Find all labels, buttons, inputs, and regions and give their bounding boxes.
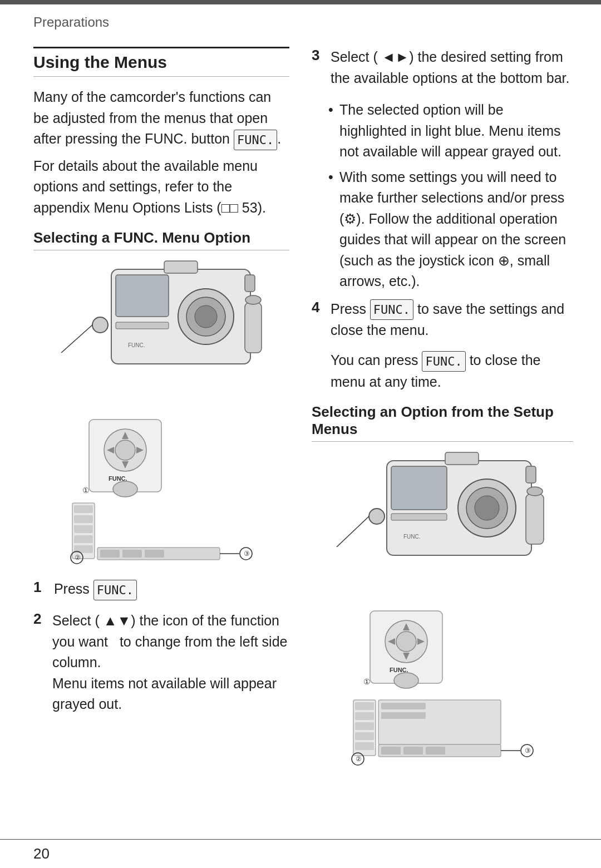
right-column: 3 Select ( ◄►) the desired setting from … <box>312 47 573 772</box>
svg-point-22 <box>113 481 137 497</box>
control-pad-svg-left: FUNC. ① <box>78 414 200 503</box>
svg-rect-73 <box>426 747 445 754</box>
svg-rect-10 <box>245 303 262 353</box>
step-2-num: 2 <box>33 610 50 628</box>
bullet-2: With some settings you will need to make… <box>328 167 573 292</box>
func-box-step1: FUNC. <box>93 580 137 600</box>
camera-diagram-right-top: FUNC. FUNC. ① <box>312 450 573 694</box>
step-3-text: Select ( ◄►) the desired setting from th… <box>331 47 573 88</box>
svg-rect-42 <box>445 452 479 465</box>
svg-rect-48 <box>526 494 544 544</box>
svg-rect-71 <box>381 747 401 754</box>
step-4-num: 4 <box>312 299 328 316</box>
svg-point-41 <box>475 496 499 520</box>
control-pad-svg-right: FUNC. ① <box>359 605 481 694</box>
svg-point-60 <box>394 673 418 688</box>
svg-text:②: ② <box>75 554 81 561</box>
step-3-num: 3 <box>312 47 328 64</box>
svg-text:①: ① <box>363 677 371 686</box>
svg-text:②: ② <box>356 755 362 763</box>
svg-rect-25 <box>74 515 93 523</box>
intro-paragraph-1: Many of the camcorder's functions can be… <box>33 87 289 150</box>
svg-rect-5 <box>116 275 169 317</box>
svg-rect-66 <box>355 742 374 750</box>
step-4-text-a: Press <box>331 301 370 317</box>
subsection-title-setup: Selecting an Option from the Setup Menus <box>312 403 573 442</box>
bullet-1: The selected option will be highlighted … <box>328 100 573 162</box>
step-3: 3 Select ( ◄►) the desired setting from … <box>312 47 573 94</box>
svg-line-47 <box>337 516 369 547</box>
svg-rect-32 <box>145 550 164 558</box>
section-title: Using the Menus <box>33 47 289 77</box>
svg-rect-65 <box>355 732 374 740</box>
page-footer: 20 <box>0 839 601 868</box>
subsection-title-func: Selecting a FUNC. Menu Option <box>33 229 289 250</box>
camera-diagram-left-bottom: ② ③ <box>33 497 289 570</box>
svg-rect-44 <box>526 466 536 483</box>
svg-text:FUNC.: FUNC. <box>403 534 421 540</box>
svg-rect-72 <box>403 747 423 754</box>
svg-rect-26 <box>74 525 93 533</box>
step-4-note: You can press FUNC. to close the menu at… <box>331 350 573 392</box>
svg-rect-24 <box>74 505 93 513</box>
menu-display-svg-left: ② ③ <box>67 497 256 570</box>
step-4-text: Press FUNC. to save the settings and clo… <box>331 299 573 341</box>
step-3-bullets: The selected option will be highlighted … <box>328 100 573 292</box>
func-box-step4: FUNC. <box>370 299 413 320</box>
svg-point-49 <box>527 487 543 496</box>
svg-point-3 <box>195 305 217 328</box>
svg-rect-7 <box>116 322 169 329</box>
svg-rect-27 <box>74 535 93 543</box>
svg-rect-63 <box>355 712 374 720</box>
step-4-note-a: You can press <box>331 352 422 368</box>
svg-rect-30 <box>100 550 120 558</box>
camera-svg-right: FUNC. <box>331 450 554 622</box>
step-1-num: 1 <box>33 579 50 596</box>
top-bar <box>0 0 601 4</box>
intro-paragraph-2: For details about the available menu opt… <box>33 156 289 219</box>
svg-rect-6 <box>245 275 255 292</box>
page-number: 20 <box>33 845 50 862</box>
left-steps: 1 Press FUNC. 2 Select ( ▲▼) the icon of… <box>33 579 289 720</box>
page-ref: □□ 53 <box>221 200 258 215</box>
svg-point-8 <box>92 317 108 333</box>
svg-text:③: ③ <box>244 550 250 558</box>
svg-rect-31 <box>122 550 142 558</box>
svg-text:FUNC.: FUNC. <box>390 667 408 673</box>
step-1-text: Press FUNC. <box>50 579 137 600</box>
svg-text:①: ① <box>82 486 90 495</box>
svg-rect-62 <box>355 702 374 710</box>
svg-point-15 <box>115 440 135 460</box>
svg-point-46 <box>369 509 385 524</box>
svg-text:FUNC.: FUNC. <box>109 475 127 482</box>
menu-display-svg-right: ③ ② <box>348 694 537 767</box>
svg-line-9 <box>61 325 92 353</box>
step-4: 4 Press FUNC. to save the settings and c… <box>312 299 573 347</box>
svg-rect-69 <box>381 712 426 719</box>
func-button-inline: FUNC. <box>234 130 277 150</box>
step-2: 2 Select ( ▲▼) the icon of the function … <box>33 610 289 721</box>
step-1: 1 Press FUNC. <box>33 579 289 606</box>
camera-diagram-left-top: FUNC. FUNC. ① <box>33 258 289 503</box>
svg-rect-45 <box>391 514 447 520</box>
svg-text:③: ③ <box>525 747 531 754</box>
svg-rect-28 <box>74 545 93 553</box>
svg-point-11 <box>245 295 261 304</box>
svg-rect-43 <box>391 466 447 510</box>
svg-rect-68 <box>381 703 426 709</box>
camera-diagram-right-bottom: ③ ② <box>312 694 573 767</box>
camera-svg-left: FUNC. <box>56 258 267 431</box>
svg-text:FUNC.: FUNC. <box>128 342 145 348</box>
header-text: Preparations <box>33 14 109 29</box>
step-2-note: Menu items not available will appear gra… <box>52 675 277 712</box>
svg-point-53 <box>396 632 416 652</box>
page-header: Preparations <box>0 4 601 30</box>
svg-rect-4 <box>164 261 198 273</box>
svg-rect-64 <box>355 722 374 730</box>
left-column: Using the Menus Many of the camcorder's … <box>33 47 289 772</box>
step-2-text: Select ( ▲▼) the icon of the function yo… <box>52 610 289 715</box>
func-box-note: FUNC. <box>422 351 465 372</box>
